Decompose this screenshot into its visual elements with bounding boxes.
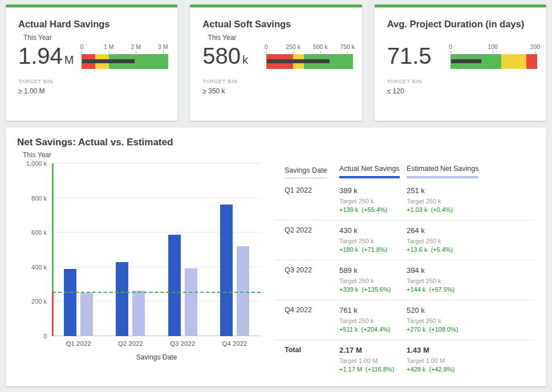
bullet-axis-label: 0 xyxy=(449,43,452,51)
y-axis-line-below-target xyxy=(52,293,54,336)
table-row-total[interactable]: Total2.17 MTarget 1.00 M+1.17 M(+116.8%)… xyxy=(274,340,535,379)
dashboard: Actual Hard Savings This Year 1.94M 01 M… xyxy=(0,0,552,392)
row-label: Q1 2022 xyxy=(285,186,335,213)
kpi-title: Actual Hard Savings xyxy=(18,19,169,30)
kpi-value-number: 580 xyxy=(202,43,241,68)
kpi-row: Actual Hard Savings This Year 1.94M 01 M… xyxy=(6,5,546,121)
bullet-axis-label: 0 xyxy=(265,43,268,51)
estimated-bar-q3-2022[interactable] xyxy=(185,268,197,336)
bullet-axis-tick xyxy=(82,51,82,54)
row-label: Q2 2022 xyxy=(285,226,335,253)
target-line xyxy=(52,292,261,293)
table-row-q1-2022[interactable]: Q1 2022389 kTarget 250 k+139 k(+55.4%)25… xyxy=(274,181,535,220)
cell-delta: +139 k(+55.4%) xyxy=(339,206,402,213)
bullet-axis-tick xyxy=(136,51,136,54)
bullet-axis-label: 2 M xyxy=(131,43,141,51)
kpi-content: 580k 0250 k500 k750 k xyxy=(202,43,354,69)
estimated-bar-q1-2022[interactable] xyxy=(80,293,93,336)
row-label: Total xyxy=(285,346,335,373)
kpi-card-actual-hard-savings[interactable]: Actual Hard Savings This Year 1.94M 01 M… xyxy=(6,5,177,121)
kpi-value: 580k xyxy=(202,43,248,69)
cell-target: Target 250 k xyxy=(407,317,535,324)
table-header: Savings Date Actual Net Savings Estimate… xyxy=(274,165,535,178)
cell-value: 520 k xyxy=(407,306,535,315)
cell-target: Target 250 k xyxy=(339,238,402,244)
column-header-savings-date[interactable]: Savings Date xyxy=(285,166,335,178)
cell-value: 589 k xyxy=(339,266,402,275)
bullet-chart[interactable]: 01 M2 M3 M xyxy=(82,43,168,69)
kpi-value-unit: M xyxy=(64,54,74,66)
cell-target: Target 250 k xyxy=(339,198,402,205)
x-axis-labels: Q1 2022Q2 2022Q3 2022Q4 2022 xyxy=(52,340,261,347)
column-header-actual-net-savings[interactable]: Actual Net Savings xyxy=(339,165,402,178)
target-bin-label: TARGET BIN xyxy=(202,78,354,84)
cell-value: 394 k xyxy=(407,266,535,275)
table-row-q4-2022[interactable]: Q4 2022761 kTarget 250 k+511 k(+204.4%)5… xyxy=(274,300,535,340)
cell-target: Target 1.00 M xyxy=(339,357,402,364)
kpi-card-avg-project-duration[interactable]: Avg. Project Duration (in days) 71.5 010… xyxy=(375,5,546,121)
bar-group-q2-2022 xyxy=(116,164,145,336)
cell-actual: 2.17 MTarget 1.00 M+1.17 M(+116.8%) xyxy=(339,346,402,373)
bullet-axis-tick xyxy=(320,51,321,54)
bullet-chart[interactable]: 0250 k500 k750 k xyxy=(266,43,353,69)
cell-delta-pct: (+55.4%) xyxy=(362,206,387,213)
actual-bar-q1-2022[interactable] xyxy=(64,269,76,336)
cell-delta-value: +1.03 k xyxy=(407,206,427,213)
bullet-axis-tick xyxy=(347,51,348,54)
y-axis-tick-label: 600 k xyxy=(31,230,47,236)
column-header-label: Savings Date xyxy=(285,166,327,178)
bullet-axis: 01 M2 M3 M xyxy=(82,43,168,51)
estimated-bar-q4-2022[interactable] xyxy=(237,246,249,336)
actual-bar-q3-2022[interactable] xyxy=(168,235,181,336)
kpi-value-number: 1.94 xyxy=(18,43,63,68)
table-row-q2-2022[interactable]: Q2 2022430 kTarget 250 k+180 k(+71.8%)26… xyxy=(274,220,535,260)
row-label: Q3 2022 xyxy=(285,266,335,293)
bullet-axis: 0100200 xyxy=(450,43,537,51)
bullet-axis-label: 500 k xyxy=(313,43,328,51)
gridline xyxy=(52,163,261,164)
bullet-axis-label: 100 xyxy=(488,43,498,51)
kpi-card-actual-soft-savings[interactable]: Actual Soft Savings This Year 580k 0250 … xyxy=(190,5,362,121)
bullet-axis-tick xyxy=(493,51,493,54)
x-axis-spacer xyxy=(17,340,52,347)
kpi-card-body: Avg. Project Duration (in days) 71.5 010… xyxy=(375,7,546,95)
cell-estimated: 1.43 MTarget 1.00 M+428 k(+42.8%) xyxy=(407,346,535,373)
target-bin-value: ≥ 350 k xyxy=(202,87,354,95)
actual-bar-q2-2022[interactable] xyxy=(116,262,128,336)
bar-group-q3-2022 xyxy=(168,164,197,336)
kpi-table-body: Q1 2022389 kTarget 250 k+139 k(+55.4%)25… xyxy=(274,181,535,379)
cell-actual: 389 kTarget 250 k+139 k(+55.4%) xyxy=(339,186,402,213)
bullet-chart[interactable]: 0100200 xyxy=(450,43,537,69)
cell-delta-value: +270 k xyxy=(407,326,425,333)
cell-delta-value: +180 k xyxy=(339,246,358,253)
estimated-bar-q2-2022[interactable] xyxy=(132,291,145,336)
cell-estimated: 264 kTarget 250 k+13.6 k(+5.4%) xyxy=(407,226,535,253)
cell-delta-pct: (+135.6%) xyxy=(362,286,391,293)
cell-value: 264 k xyxy=(407,226,535,235)
bullet-axis-label: 750 k xyxy=(340,43,355,51)
bar-groups xyxy=(52,164,261,336)
y-axis-labels: 0200 k400 k600 k800 k1,000 k xyxy=(17,164,52,336)
x-axis-label: Q3 2022 xyxy=(170,340,195,347)
column-header-label: Actual Net Savings xyxy=(339,165,400,178)
column-header-estimated-net-savings[interactable]: Estimated Net Savings xyxy=(407,165,535,178)
table-row-q3-2022[interactable]: Q3 2022589 kTarget 250 k+339 k(+135.6%)3… xyxy=(274,260,535,300)
cell-delta-value: +139 k xyxy=(339,206,358,213)
kpi-content: 1.94M 01 M2 M3 M xyxy=(18,43,169,69)
kpi-subtitle xyxy=(392,34,538,42)
bar-group-q4-2022 xyxy=(220,164,249,336)
cell-delta: +270 k(+108.0%) xyxy=(407,326,535,333)
bullet-axis-label: 1 M xyxy=(104,43,114,51)
bullet-band xyxy=(82,54,168,69)
x-axis-row: Q1 2022Q2 2022Q3 2022Q4 2022 xyxy=(17,340,261,347)
bullet-measure-bar xyxy=(451,59,481,63)
cell-target: Target 1.00 M xyxy=(407,357,535,364)
actual-bar-q4-2022[interactable] xyxy=(220,205,233,336)
x-axis-label: Q2 2022 xyxy=(118,340,143,347)
kpi-value: 1.94M xyxy=(18,43,74,69)
y-axis-tick-label: 200 k xyxy=(31,299,47,305)
cell-delta-value: +1.17 M xyxy=(339,366,362,373)
bullet-axis-label: 3 M xyxy=(158,43,168,51)
chart-inner: 0200 k400 k600 k800 k1,000 k xyxy=(17,164,261,336)
kpi-title: Avg. Project Duration (in days) xyxy=(387,19,538,30)
